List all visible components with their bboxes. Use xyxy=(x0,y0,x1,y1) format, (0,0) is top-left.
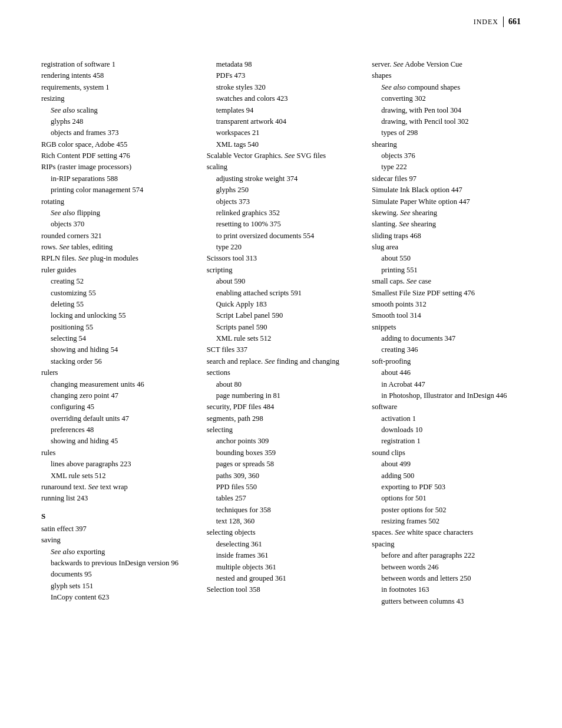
index-entry: Selection tool 358 xyxy=(207,584,356,595)
index-entry: pages or spreads 58 xyxy=(207,459,356,470)
index-entry: Simulate Paper White option 447 xyxy=(372,196,521,207)
index-entry: rulers xyxy=(41,367,190,378)
index-entry: Script Label panel 590 xyxy=(207,310,356,321)
index-entry: PPD files 550 xyxy=(207,482,356,493)
index-entry: smooth points 312 xyxy=(372,299,521,310)
index-entry: between words 246 xyxy=(372,562,521,573)
index-entry: drawing, with Pencil tool 302 xyxy=(372,116,521,127)
index-entry: stroke styles 320 xyxy=(207,82,356,93)
index-entry: See also flipping xyxy=(41,207,190,219)
index-entry: Smooth tool 314 xyxy=(372,310,521,321)
index-entry: security, PDF files 484 xyxy=(207,401,356,413)
column-1: registration of software 1rendering inte… xyxy=(41,59,207,607)
index-entry: slanting. See shearing xyxy=(372,219,521,230)
index-entry: satin effect 397 xyxy=(41,523,190,535)
index-entry: activation 1 xyxy=(372,413,521,424)
index-entry: about 446 xyxy=(372,367,521,378)
index-entry: PDFs 473 xyxy=(207,70,356,81)
index-entry: backwards to previous InDesign version 9… xyxy=(41,558,190,569)
index-entry: creating 52 xyxy=(41,276,190,287)
index-entry: bounding boxes 359 xyxy=(207,447,356,459)
index-entry: sliding traps 468 xyxy=(372,230,521,242)
header-divider xyxy=(503,17,504,27)
index-entry: adding 500 xyxy=(372,470,521,482)
index-entry: rotating xyxy=(41,196,190,207)
index-entry: customizing 55 xyxy=(41,288,190,299)
index-entry: enabling attached scripts 591 xyxy=(207,288,356,299)
index-entry: selecting xyxy=(207,424,356,436)
index-entry: search and replace. See finding and chan… xyxy=(207,356,356,367)
index-entry: sidecar files 97 xyxy=(372,173,521,185)
index-entry: InCopy content 623 xyxy=(41,592,190,603)
index-entry: Quick Apply 183 xyxy=(207,299,356,310)
index-entry: swatches and colors 423 xyxy=(207,93,356,104)
index-entry: anchor points 309 xyxy=(207,436,356,447)
index-entry: templates 94 xyxy=(207,105,356,116)
index-entry: gutters between columns 43 xyxy=(372,596,521,607)
index-entry: printing color management 574 xyxy=(41,185,190,196)
index-entry: rows. See tables, editing xyxy=(41,242,190,253)
index-entry: preferences 48 xyxy=(41,424,190,436)
index-entry: deselecting 361 xyxy=(207,539,356,550)
index-entry: exporting to PDF 503 xyxy=(372,482,521,493)
index-entry: relinked graphics 352 xyxy=(207,207,356,219)
index-entry: lines above paragraphs 223 xyxy=(41,459,190,470)
index-entry: between words and letters 250 xyxy=(372,573,521,584)
index-entry: workspaces 21 xyxy=(207,127,356,139)
index-entry: positioning 55 xyxy=(41,322,190,333)
index-entry: objects and frames 373 xyxy=(41,127,190,139)
index-entry: creating 346 xyxy=(372,344,521,355)
index-entry: in-RIP separations 588 xyxy=(41,173,190,185)
index-entry: overriding default units 47 xyxy=(41,413,190,424)
index-entry: scaling xyxy=(207,162,356,173)
index-entry: selecting objects xyxy=(207,527,356,538)
index-entry: showing and hiding 45 xyxy=(41,436,190,447)
index-entry: rules xyxy=(41,447,190,459)
index-entry: changing zero point 47 xyxy=(41,390,190,401)
index-entry: objects 376 xyxy=(372,150,521,162)
index-entry: glyph sets 151 xyxy=(41,581,190,592)
index-entry: soft-proofing xyxy=(372,356,521,367)
index-entry: RPLN files. See plug-in modules xyxy=(41,253,190,264)
index-entry: slug area xyxy=(372,242,521,253)
index-entry: resizing xyxy=(41,93,190,104)
index-entry: SCT files 337 xyxy=(207,344,356,355)
index-entry: glyphs 248 xyxy=(41,116,190,127)
index-entry: printing 551 xyxy=(372,265,521,276)
index-entry: poster options for 502 xyxy=(372,505,521,516)
index-entry: sections xyxy=(207,367,356,378)
index-entry: showing and hiding 54 xyxy=(41,344,190,355)
index-entry: rendering intents 458 xyxy=(41,70,190,81)
index-entry: paths 309, 360 xyxy=(207,470,356,482)
index-entry: adding to documents 347 xyxy=(372,333,521,344)
index-entry: transparent artwork 404 xyxy=(207,116,356,127)
index-entry: server. See Adobe Version Cue xyxy=(372,59,521,70)
index-entry: adjusting stroke weight 374 xyxy=(207,173,356,185)
index-entry: inside frames 361 xyxy=(207,550,356,561)
index-entry: resetting to 100% 375 xyxy=(207,219,356,230)
index-entry: converting 302 xyxy=(372,93,521,104)
index-entry: registration 1 xyxy=(372,436,521,447)
index-entry: about 590 xyxy=(207,276,356,287)
index-entry: segments, path 298 xyxy=(207,413,356,424)
index-entry: runaround text. See text wrap xyxy=(41,482,190,493)
index-entry: ruler guides xyxy=(41,265,190,276)
index-entry: objects 370 xyxy=(41,219,190,230)
index-entry: text 128, 360 xyxy=(207,516,356,527)
index-entry: small caps. See case xyxy=(372,276,521,287)
index-entry: selecting 54 xyxy=(41,333,190,344)
index-entry: Simulate Ink Black option 447 xyxy=(372,185,521,196)
index-entry: in Photoshop, Illustrator and InDesign 4… xyxy=(372,390,521,401)
index-entry: configuring 45 xyxy=(41,401,190,413)
index-entry: resizing frames 502 xyxy=(372,516,521,527)
index-entry: Rich Content PDF setting 476 xyxy=(41,150,190,162)
index-entry: tables 257 xyxy=(207,493,356,504)
index-entry: Scissors tool 313 xyxy=(207,253,356,264)
index-entry: shapes xyxy=(372,70,521,81)
index-label: INDEX xyxy=(474,18,498,27)
index-entry: XML rule sets 512 xyxy=(41,470,190,482)
index-entry: snippets xyxy=(372,322,521,333)
index-entry: to print oversized documents 554 xyxy=(207,230,356,242)
index-entry: drawing, with Pen tool 304 xyxy=(372,105,521,116)
index-entry: registration of software 1 xyxy=(41,59,190,70)
